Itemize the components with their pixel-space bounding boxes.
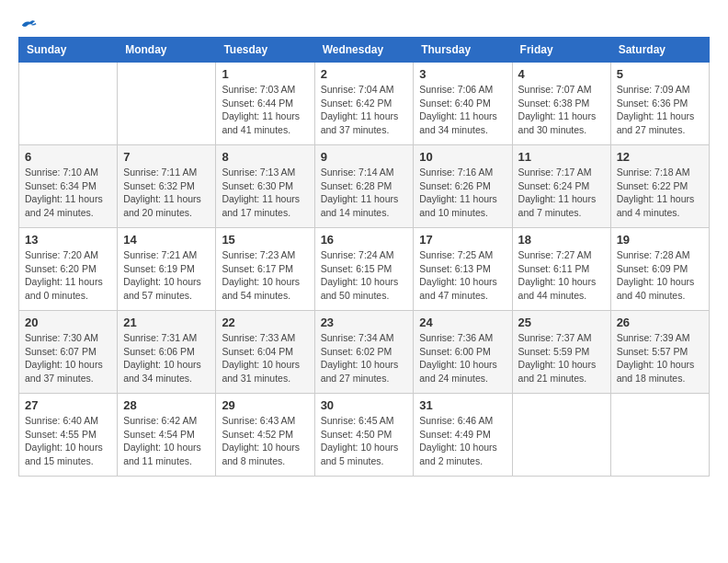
day-number: 8 xyxy=(222,150,308,164)
day-cell: 10Sunrise: 7:16 AM Sunset: 6:26 PM Dayli… xyxy=(414,145,512,228)
header-wednesday: Wednesday xyxy=(314,38,414,63)
day-number: 30 xyxy=(321,398,408,412)
day-cell: 19Sunrise: 7:28 AM Sunset: 6:09 PM Dayli… xyxy=(610,228,709,311)
day-cell: 18Sunrise: 7:27 AM Sunset: 6:11 PM Dayli… xyxy=(512,228,610,311)
day-cell: 2Sunrise: 7:04 AM Sunset: 6:42 PM Daylig… xyxy=(314,63,414,145)
day-detail: Sunrise: 6:45 AM Sunset: 4:50 PM Dayligh… xyxy=(321,414,408,468)
day-detail: Sunrise: 7:16 AM Sunset: 6:26 PM Dayligh… xyxy=(419,166,506,220)
header-saturday: Saturday xyxy=(610,38,709,63)
day-detail: Sunrise: 7:14 AM Sunset: 6:28 PM Dayligh… xyxy=(321,166,408,220)
day-cell: 17Sunrise: 7:25 AM Sunset: 6:13 PM Dayli… xyxy=(414,228,512,311)
header-thursday: Thursday xyxy=(414,38,512,63)
header-friday: Friday xyxy=(512,38,610,63)
day-cell: 20Sunrise: 7:30 AM Sunset: 6:07 PM Dayli… xyxy=(19,311,118,394)
day-number: 10 xyxy=(419,150,506,164)
day-detail: Sunrise: 7:17 AM Sunset: 6:24 PM Dayligh… xyxy=(518,166,605,220)
day-number: 13 xyxy=(25,233,111,247)
day-number: 19 xyxy=(617,233,703,247)
day-detail: Sunrise: 7:18 AM Sunset: 6:22 PM Dayligh… xyxy=(617,166,703,220)
day-number: 15 xyxy=(222,233,308,247)
day-number: 14 xyxy=(123,233,210,247)
day-number: 20 xyxy=(25,316,111,329)
page-header xyxy=(18,18,710,28)
day-number: 2 xyxy=(321,67,408,81)
day-number: 16 xyxy=(321,233,408,247)
logo-bird-icon xyxy=(20,18,37,31)
day-cell: 8Sunrise: 7:13 AM Sunset: 6:30 PM Daylig… xyxy=(216,145,314,228)
day-number: 22 xyxy=(222,316,308,329)
day-cell: 29Sunrise: 6:43 AM Sunset: 4:52 PM Dayli… xyxy=(216,394,314,477)
day-number: 17 xyxy=(419,233,506,247)
day-cell: 5Sunrise: 7:09 AM Sunset: 6:36 PM Daylig… xyxy=(610,63,709,145)
day-cell: 9Sunrise: 7:14 AM Sunset: 6:28 PM Daylig… xyxy=(314,145,414,228)
day-cell: 23Sunrise: 7:34 AM Sunset: 6:02 PM Dayli… xyxy=(314,311,414,394)
day-detail: Sunrise: 7:11 AM Sunset: 6:32 PM Dayligh… xyxy=(123,166,210,220)
day-cell: 26Sunrise: 7:39 AM Sunset: 5:57 PM Dayli… xyxy=(610,311,709,394)
day-number: 4 xyxy=(518,67,605,81)
day-detail: Sunrise: 7:21 AM Sunset: 6:19 PM Dayligh… xyxy=(123,248,210,303)
day-number: 28 xyxy=(123,398,210,412)
day-cell: 3Sunrise: 7:06 AM Sunset: 6:40 PM Daylig… xyxy=(414,63,512,145)
day-number: 26 xyxy=(617,316,703,329)
week-row-2: 6Sunrise: 7:10 AM Sunset: 6:34 PM Daylig… xyxy=(19,145,710,228)
day-detail: Sunrise: 7:24 AM Sunset: 6:15 PM Dayligh… xyxy=(321,248,408,303)
day-number: 1 xyxy=(222,67,308,81)
day-cell xyxy=(512,394,610,477)
day-number: 5 xyxy=(617,67,703,81)
day-detail: Sunrise: 7:39 AM Sunset: 5:57 PM Dayligh… xyxy=(617,331,703,385)
day-cell: 4Sunrise: 7:07 AM Sunset: 6:38 PM Daylig… xyxy=(512,63,610,145)
day-number: 6 xyxy=(25,150,111,164)
day-detail: Sunrise: 7:36 AM Sunset: 6:00 PM Dayligh… xyxy=(419,331,506,385)
day-cell: 16Sunrise: 7:24 AM Sunset: 6:15 PM Dayli… xyxy=(314,228,414,311)
week-row-4: 20Sunrise: 7:30 AM Sunset: 6:07 PM Dayli… xyxy=(19,311,710,394)
day-detail: Sunrise: 7:27 AM Sunset: 6:11 PM Dayligh… xyxy=(518,248,605,303)
day-detail: Sunrise: 7:03 AM Sunset: 6:44 PM Dayligh… xyxy=(222,83,308,137)
day-cell: 13Sunrise: 7:20 AM Sunset: 6:20 PM Dayli… xyxy=(19,228,118,311)
day-detail: Sunrise: 7:10 AM Sunset: 6:34 PM Dayligh… xyxy=(25,166,111,220)
day-cell: 22Sunrise: 7:33 AM Sunset: 6:04 PM Dayli… xyxy=(216,311,314,394)
day-cell: 11Sunrise: 7:17 AM Sunset: 6:24 PM Dayli… xyxy=(512,145,610,228)
calendar-table: SundayMondayTuesdayWednesdayThursdayFrid… xyxy=(18,37,710,477)
day-detail: Sunrise: 7:28 AM Sunset: 6:09 PM Dayligh… xyxy=(617,248,703,303)
day-detail: Sunrise: 6:43 AM Sunset: 4:52 PM Dayligh… xyxy=(222,414,308,468)
day-detail: Sunrise: 7:31 AM Sunset: 6:06 PM Dayligh… xyxy=(123,331,210,385)
week-row-5: 27Sunrise: 6:40 AM Sunset: 4:55 PM Dayli… xyxy=(19,394,710,477)
week-row-3: 13Sunrise: 7:20 AM Sunset: 6:20 PM Dayli… xyxy=(19,228,710,311)
day-cell: 7Sunrise: 7:11 AM Sunset: 6:32 PM Daylig… xyxy=(118,145,216,228)
day-cell: 15Sunrise: 7:23 AM Sunset: 6:17 PM Dayli… xyxy=(216,228,314,311)
day-number: 9 xyxy=(321,150,408,164)
day-cell: 30Sunrise: 6:45 AM Sunset: 4:50 PM Dayli… xyxy=(314,394,414,477)
day-number: 11 xyxy=(518,150,605,164)
day-detail: Sunrise: 6:40 AM Sunset: 4:55 PM Dayligh… xyxy=(25,414,111,468)
header-sunday: Sunday xyxy=(19,38,118,63)
day-detail: Sunrise: 7:04 AM Sunset: 6:42 PM Dayligh… xyxy=(321,83,408,137)
day-number: 7 xyxy=(123,150,210,164)
day-detail: Sunrise: 7:06 AM Sunset: 6:40 PM Dayligh… xyxy=(419,83,506,137)
day-detail: Sunrise: 7:25 AM Sunset: 6:13 PM Dayligh… xyxy=(419,248,506,303)
day-cell: 6Sunrise: 7:10 AM Sunset: 6:34 PM Daylig… xyxy=(19,145,118,228)
day-cell: 31Sunrise: 6:46 AM Sunset: 4:49 PM Dayli… xyxy=(414,394,512,477)
day-number: 12 xyxy=(617,150,703,164)
day-cell xyxy=(118,63,216,145)
week-row-1: 1Sunrise: 7:03 AM Sunset: 6:44 PM Daylig… xyxy=(19,63,710,145)
day-detail: Sunrise: 7:34 AM Sunset: 6:02 PM Dayligh… xyxy=(321,331,408,385)
day-number: 24 xyxy=(419,316,506,329)
day-detail: Sunrise: 7:37 AM Sunset: 5:59 PM Dayligh… xyxy=(518,331,605,385)
day-cell xyxy=(19,63,118,145)
day-detail: Sunrise: 7:33 AM Sunset: 6:04 PM Dayligh… xyxy=(222,331,308,385)
day-cell: 21Sunrise: 7:31 AM Sunset: 6:06 PM Dayli… xyxy=(118,311,216,394)
day-detail: Sunrise: 6:46 AM Sunset: 4:49 PM Dayligh… xyxy=(419,414,506,468)
day-cell: 28Sunrise: 6:42 AM Sunset: 4:54 PM Dayli… xyxy=(118,394,216,477)
day-number: 21 xyxy=(123,316,210,329)
logo xyxy=(18,18,37,28)
day-detail: Sunrise: 7:20 AM Sunset: 6:20 PM Dayligh… xyxy=(25,248,111,303)
day-detail: Sunrise: 7:13 AM Sunset: 6:30 PM Dayligh… xyxy=(222,166,308,220)
day-cell: 25Sunrise: 7:37 AM Sunset: 5:59 PM Dayli… xyxy=(512,311,610,394)
day-number: 3 xyxy=(419,67,506,81)
day-cell: 1Sunrise: 7:03 AM Sunset: 6:44 PM Daylig… xyxy=(216,63,314,145)
day-cell: 12Sunrise: 7:18 AM Sunset: 6:22 PM Dayli… xyxy=(610,145,709,228)
day-detail: Sunrise: 7:09 AM Sunset: 6:36 PM Dayligh… xyxy=(617,83,703,137)
day-detail: Sunrise: 7:23 AM Sunset: 6:17 PM Dayligh… xyxy=(222,248,308,303)
day-cell: 14Sunrise: 7:21 AM Sunset: 6:19 PM Dayli… xyxy=(118,228,216,311)
day-detail: Sunrise: 7:30 AM Sunset: 6:07 PM Dayligh… xyxy=(25,331,111,385)
